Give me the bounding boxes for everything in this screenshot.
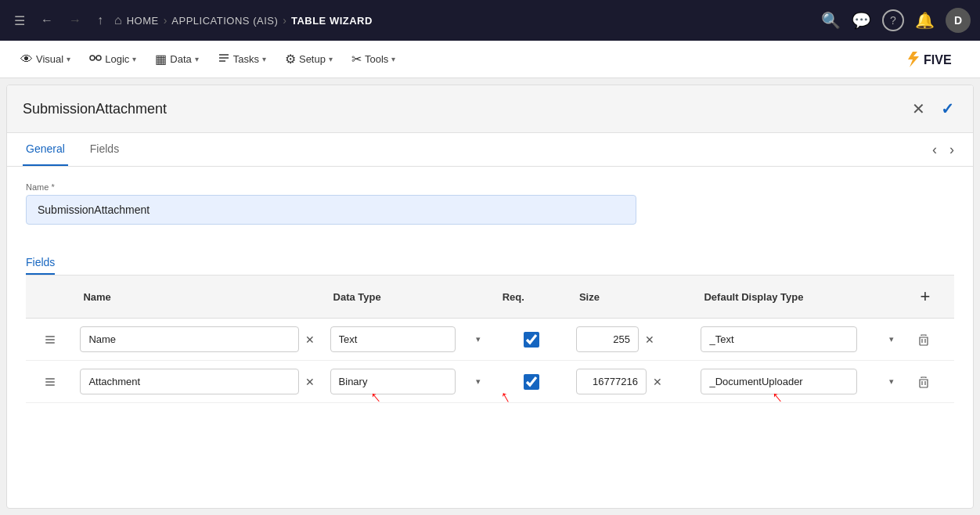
tabs-row: General Fields ‹ ›: [7, 133, 973, 167]
hamburger-menu-icon[interactable]: ☰: [9, 10, 30, 31]
row2-name-cell: ✕: [74, 361, 323, 403]
row1-name-input[interactable]: [80, 326, 298, 352]
row2-datatype-cell: Text Binary Integer ▾ ↑: [324, 361, 493, 403]
setup-icon: ⚙: [285, 52, 296, 67]
toolbar-data[interactable]: ▦ Data ▾: [147, 47, 206, 71]
row2-name-input[interactable]: [80, 369, 298, 394]
table-row: ✕ Text Binary Integer Decimal Date: [26, 319, 954, 361]
name-label: Name *: [26, 182, 954, 192]
close-button[interactable]: ✕: [909, 96, 928, 121]
col-drag-header: [26, 276, 74, 319]
up-button[interactable]: ↑: [92, 10, 108, 31]
fields-tab-label[interactable]: Fields: [26, 256, 55, 275]
col-actions-header: +: [906, 276, 954, 319]
toolbar-logic[interactable]: Logic ▾: [81, 47, 144, 72]
back-button[interactable]: ←: [36, 10, 58, 31]
row2-display-chevron-icon: ▾: [889, 376, 894, 387]
svg-rect-8: [45, 336, 55, 337]
table-row: ✕ Text Binary Integer ▾: [26, 361, 954, 403]
row2-size-input[interactable]: [576, 369, 647, 394]
row2-display-select[interactable]: _Text _DocumentUploader: [701, 369, 857, 394]
row1-size-input[interactable]: [576, 326, 639, 352]
header-actions: ✕ ✓: [909, 96, 957, 121]
chat-icon[interactable]: 💬: [852, 11, 871, 30]
logic-icon: [89, 52, 102, 67]
row2-size-clear-button[interactable]: ✕: [650, 374, 665, 390]
svg-rect-11: [45, 378, 55, 380]
col-req-header: Req.: [493, 276, 570, 319]
row2-req-cell: ↑: [493, 361, 570, 403]
setup-chevron-icon: ▾: [329, 55, 333, 63]
toolbar-tasks[interactable]: Tasks ▾: [210, 47, 274, 72]
toolbar-visual[interactable]: 👁 Visual ▾: [13, 48, 78, 71]
toolbar: 👁 Visual ▾ Logic ▾ ▦ Data ▾ Tasks ▾ ⚙ Se…: [0, 41, 980, 78]
row1-actions-cell: [906, 319, 954, 361]
row2-datatype-select[interactable]: Text Binary Integer: [330, 369, 456, 394]
row2-datatype-wrap: Text Binary Integer ▾: [330, 369, 487, 394]
svg-rect-13: [45, 384, 55, 386]
breadcrumb-applications[interactable]: APPLICATIONS (AIS): [171, 15, 278, 27]
tools-icon: ✂: [351, 52, 362, 67]
tools-chevron-icon: ▾: [391, 55, 395, 63]
row1-drag-cell: [26, 319, 74, 361]
row1-display-select[interactable]: _Text _DocumentUploader _Number: [701, 326, 857, 352]
row2-drag-handle[interactable]: [32, 373, 67, 391]
col-name-header: Name: [74, 276, 323, 319]
row1-req-cell: [493, 319, 570, 361]
row2-size-wrap: ✕: [576, 369, 689, 394]
row2-req-checkbox[interactable]: [524, 374, 539, 390]
name-input[interactable]: [26, 195, 636, 225]
prev-nav-button[interactable]: ‹: [929, 140, 940, 160]
tab-general[interactable]: General: [23, 133, 68, 166]
row1-name-cell: ✕: [74, 319, 323, 361]
fields-table-container: Name Data Type Req. Size Default Display…: [26, 276, 954, 403]
row1-size-clear-button[interactable]: ✕: [642, 332, 658, 348]
row2-name-clear-button[interactable]: ✕: [302, 374, 318, 390]
notification-bell-icon[interactable]: 🔔: [915, 11, 935, 30]
row1-req-checkbox-wrap: [499, 332, 564, 348]
row1-datatype-chevron-icon: ▾: [476, 334, 481, 344]
toolbar-logic-label: Logic: [105, 53, 129, 65]
col-size-header: Size: [570, 276, 695, 319]
row1-datatype-cell: Text Binary Integer Decimal Date ▾: [324, 319, 493, 361]
row2-display-wrap: _Text _DocumentUploader ▾: [701, 369, 899, 394]
row1-delete-button[interactable]: [913, 330, 935, 349]
row2-drag-cell: [26, 361, 74, 403]
row1-req-checkbox[interactable]: [524, 332, 539, 348]
tasks-chevron-icon: ▾: [262, 55, 266, 63]
name-form-group: Name *: [26, 182, 954, 225]
visual-chevron-icon: ▾: [67, 55, 70, 63]
toolbar-visual-label: Visual: [36, 53, 63, 65]
breadcrumb-table-wizard: TABLE WIZARD: [291, 15, 373, 27]
breadcrumb-home[interactable]: HOME: [127, 15, 159, 27]
row1-name-clear-button[interactable]: ✕: [302, 332, 318, 348]
search-icon[interactable]: 🔍: [821, 11, 841, 30]
fields-section: Fields Name Data Type Req. Size Default …: [7, 256, 973, 508]
row2-req-checkbox-wrap: [499, 374, 564, 390]
row1-display-chevron-icon: ▾: [889, 334, 894, 344]
breadcrumb: ⌂ HOME › APPLICATIONS (AIS) › TABLE WIZA…: [114, 13, 815, 27]
toolbar-setup[interactable]: ⚙ Setup ▾: [277, 47, 340, 71]
top-navigation: ☰ ← → ↑ ⌂ HOME › APPLICATIONS (AIS) › TA…: [0, 0, 980, 41]
toolbar-data-label: Data: [170, 53, 191, 65]
row2-delete-button[interactable]: [913, 373, 935, 391]
user-avatar[interactable]: D: [946, 8, 971, 33]
help-icon[interactable]: ?: [882, 9, 904, 31]
toolbar-tools-label: Tools: [365, 53, 388, 65]
add-field-button[interactable]: +: [916, 283, 935, 310]
save-button[interactable]: ✓: [938, 96, 957, 121]
svg-point-0: [90, 56, 95, 60]
content-title: SubmissionAttachment: [23, 101, 909, 117]
tab-fields[interactable]: Fields: [87, 133, 122, 166]
svg-rect-10: [45, 342, 55, 344]
forward-button[interactable]: →: [64, 10, 86, 31]
logic-chevron-icon: ▾: [132, 55, 136, 63]
row1-drag-handle[interactable]: [32, 330, 67, 349]
row1-size-wrap: ✕: [576, 326, 689, 352]
row1-datatype-select[interactable]: Text Binary Integer Decimal Date: [330, 326, 456, 352]
col-display-header: Default Display Type: [694, 276, 906, 319]
tasks-icon: [218, 52, 230, 67]
next-nav-button[interactable]: ›: [946, 140, 957, 160]
row1-name-wrap: ✕: [80, 326, 317, 352]
toolbar-tools[interactable]: ✂ Tools ▾: [344, 47, 403, 71]
